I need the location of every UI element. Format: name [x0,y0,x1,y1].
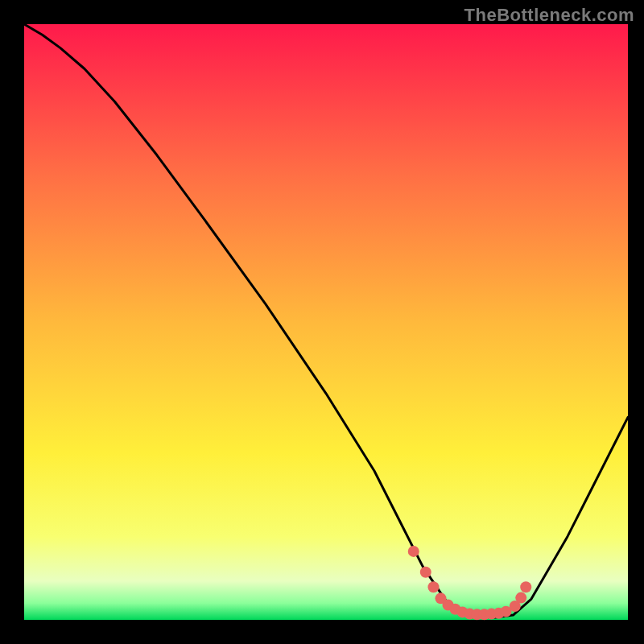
marker-dot [515,592,526,604]
plot-background [24,24,628,620]
watermark-text: TheBottleneck.com [464,5,634,26]
marker-dot [520,581,531,592]
chart-container: TheBottleneck.com [0,0,644,644]
chart-svg [0,0,644,644]
marker-dot [408,546,419,557]
marker-dot [420,567,431,578]
marker-dot [428,581,440,592]
